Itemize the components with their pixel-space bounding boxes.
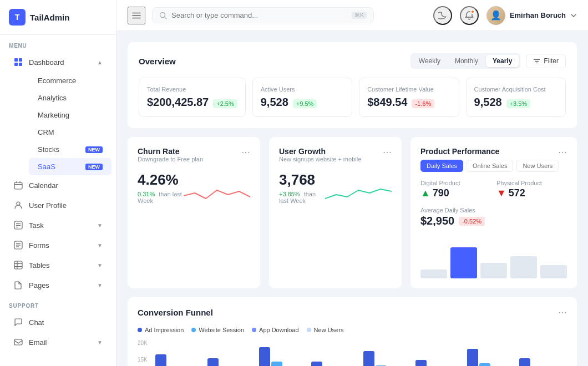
svg-rect-21: [14, 339, 22, 345]
website-session-dot: [191, 328, 196, 332]
overview-title: Overview: [139, 57, 176, 66]
sidebar-item-crm[interactable]: CRM: [29, 124, 111, 141]
pages-icon: [13, 280, 23, 290]
sidebar-item-analytics[interactable]: Analytics: [29, 89, 111, 106]
overview-tab-group: Weekly Monthly Yearly: [410, 53, 521, 69]
funnel-menu-button[interactable]: ⋯: [558, 307, 567, 318]
dark-mode-button[interactable]: [433, 6, 452, 25]
fg5-bar1: [363, 351, 374, 367]
user-profile-button[interactable]: 👤 Emirhan Boruch: [486, 6, 577, 25]
funnel-group-4: [311, 340, 359, 366]
sidebar-item-task[interactable]: Task ▼: [4, 216, 111, 235]
chevron-up-icon: ▲: [97, 59, 103, 65]
churn-rate-change: 0.31%: [138, 191, 155, 197]
new-users-label: New Users: [314, 327, 344, 333]
header-actions: 👤 Emirhan Boruch: [433, 6, 577, 25]
pp-tab-online-sales[interactable]: Online Sales: [467, 160, 513, 172]
header: ⌘K 👤 Emirhan Boruch: [116, 0, 588, 31]
fg3-bar2: [271, 362, 282, 366]
y-label-20k: 20K: [138, 340, 148, 346]
saas-badge: NEW: [85, 164, 103, 170]
search-input[interactable]: [171, 11, 347, 19]
sidebar-item-ecommerce[interactable]: Ecommerce: [29, 72, 111, 89]
avatar-image: 👤: [486, 6, 505, 25]
analytics-label: Analytics: [38, 94, 103, 102]
sidebar-item-userprofile[interactable]: User Profile: [4, 196, 111, 215]
fg4-bar1: [311, 362, 322, 366]
funnel-legend: Ad Impression Website Session App Downlo…: [138, 327, 567, 333]
crm-label: CRM: [38, 128, 103, 136]
ecommerce-label: Ecommerce: [38, 77, 103, 85]
sidebar-item-saas[interactable]: SaaS NEW: [29, 158, 111, 175]
funnel-bars-container: [155, 340, 567, 366]
sidebar-item-pages[interactable]: Pages ▼: [4, 276, 111, 294]
total-revenue-value: $200,425.87 +2.5%: [147, 96, 237, 109]
churn-rate-menu-button[interactable]: ⋯: [241, 147, 250, 157]
filter-label: Filter: [544, 57, 559, 65]
clv-value: $849.54 -1.6%: [367, 96, 450, 109]
tab-weekly[interactable]: Weekly: [412, 55, 447, 67]
churn-rate-header: Churn Rate Downgrade to Free plan ⋯: [138, 147, 250, 169]
digital-product-label: Digital Product: [420, 180, 491, 186]
notifications-button[interactable]: [460, 6, 479, 25]
funnel-group-2: [207, 340, 255, 366]
search-kbd: ⌘K: [352, 12, 367, 19]
grid-icon: [13, 57, 23, 67]
y-label-15k: 15K: [138, 357, 148, 363]
sidebar-item-calendar[interactable]: Calendar: [4, 176, 111, 195]
tab-monthly[interactable]: Monthly: [448, 55, 485, 67]
pp-tab-daily-sales[interactable]: Daily Sales: [420, 160, 463, 172]
chat-label: Chat: [29, 318, 103, 327]
user-growth-menu-button[interactable]: ⋯: [383, 147, 392, 157]
sidebar-item-dashboard[interactable]: Dashboard ▲: [4, 53, 111, 72]
user-growth-title: User Growth: [279, 147, 361, 156]
physical-product: Physical Product ▼ 572: [496, 180, 567, 199]
churn-rate-card: Churn Rate Downgrade to Free plan ⋯ 4.26…: [128, 137, 260, 288]
product-performance-title: Product Performance: [420, 147, 499, 156]
physical-product-value: ▼ 572: [496, 187, 567, 199]
cac-value: 9,528 +3.5%: [474, 96, 557, 109]
stocks-badge: NEW: [85, 146, 103, 153]
sidebar-item-chat[interactable]: Chat: [4, 313, 111, 332]
sidebar-item-marketing[interactable]: Marketing: [29, 106, 111, 124]
avg-sales-value: $2,950 -0.52%: [420, 215, 567, 227]
email-icon: [13, 337, 23, 347]
tab-yearly[interactable]: Yearly: [486, 55, 519, 67]
sidebar-item-forms[interactable]: Forms ▼: [4, 236, 111, 255]
user-growth-card: User Growth New signups website + mobile…: [269, 137, 402, 288]
svg-point-8: [17, 202, 20, 205]
legend-website-session: Website Session: [191, 327, 244, 333]
search-bar[interactable]: ⌘K: [152, 7, 374, 23]
funnel-group-8: [519, 340, 567, 366]
chevron-down-email-icon: ▼: [97, 339, 103, 345]
sidebar-item-stocks[interactable]: Stocks NEW: [29, 141, 111, 158]
menu-toggle-button[interactable]: [128, 7, 145, 24]
active-users-label: Active Users: [261, 86, 344, 93]
conversion-funnel-card: Conversion Funnel ⋯ Ad Impression Websit…: [128, 297, 577, 366]
menu-label: MENU: [0, 35, 116, 52]
sidebar-item-email[interactable]: Email ▼: [4, 333, 111, 352]
pp-tab-new-users[interactable]: New Users: [516, 160, 559, 172]
sidebar-item-tables[interactable]: Tables ▼: [4, 256, 111, 274]
fg1-bar1: [155, 354, 166, 366]
product-performance-card: Product Performance ⋯ Daily Sales Online…: [410, 137, 577, 288]
filter-button[interactable]: Filter: [526, 54, 566, 68]
avg-daily-sales: Average Daily Sales $2,950 -0.52%: [420, 207, 567, 227]
userprofile-label: User Profile: [29, 201, 103, 210]
user-growth-subtitle: New signups website + mobile: [279, 156, 361, 162]
main-area: ⌘K 👤 Emirhan Boruch Overview: [116, 0, 588, 366]
active-users-badge: +9.5%: [293, 99, 317, 108]
svg-rect-2: [14, 63, 18, 66]
funnel-group-1: [155, 340, 203, 366]
task-icon: [13, 220, 23, 230]
chevron-down-task-icon: ▼: [97, 222, 103, 228]
calendar-label: Calendar: [29, 181, 103, 190]
product-performance-menu-button[interactable]: ⋯: [558, 147, 567, 157]
product-performance-header: Product Performance ⋯: [420, 147, 567, 157]
ad-impression-label: Ad Impression: [145, 327, 184, 333]
pp-bar-2: [450, 247, 477, 278]
fg8-bar1: [519, 358, 530, 367]
content-area: Overview Weekly Monthly Yearly Filter To…: [116, 31, 588, 366]
clv-badge: -1.6%: [412, 99, 434, 108]
ad-impression-dot: [138, 328, 142, 332]
